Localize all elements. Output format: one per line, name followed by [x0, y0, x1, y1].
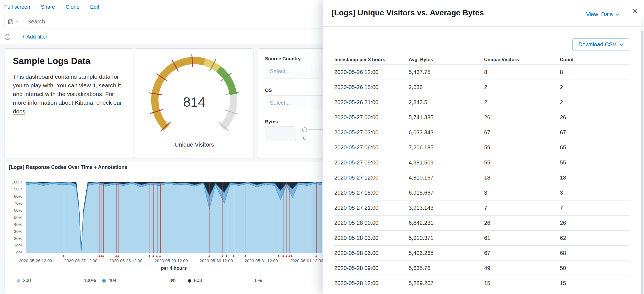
flyout-table-body: 2020-05-26 12:005,437.75882020-05-26 15:… — [334, 65, 629, 291]
x-axis-tick-label: 2020-05-28 12:00 — [103, 258, 148, 263]
table-cell: 2020-05-27 12:00 — [334, 175, 409, 181]
flyout-title: [Logs] Unique Visitors vs. Average Bytes — [332, 8, 484, 17]
filter-icon[interactable] — [4, 34, 11, 40]
flyout-header-divider — [323, 26, 644, 27]
y-axis-tick-label: 0% — [16, 250, 22, 255]
x-axis-tick-label: 2020-06-01 12:00 — [284, 258, 329, 263]
table-cell: 7 — [560, 205, 629, 211]
table-cell: 6,915.667 — [409, 190, 484, 196]
panel-sample-logs-data: Sample Logs Data This dashboard contains… — [4, 48, 133, 158]
table-cell: 4,981.509 — [409, 159, 484, 166]
table-cell: 5,406.265 — [409, 250, 484, 256]
y-axis: 100%90%80%70%60%50%40%30%20%10%0% — [4, 182, 22, 253]
table-header-cell[interactable]: Count — [560, 57, 629, 63]
table-cell: 6,033.343 — [409, 129, 484, 136]
y-axis-tick-label: 70% — [14, 201, 22, 205]
table-cell: 2020-05-27 00:00 — [334, 114, 409, 121]
table-cell: 26 — [560, 220, 629, 226]
kibana-dashboard: Full screen Share Clone Edit + Add filte… — [0, 0, 644, 294]
gauge-tick — [192, 54, 193, 67]
gauge-label: Unique Visitors — [135, 141, 254, 148]
x-axis-title: per 4 hours — [26, 266, 322, 271]
legend-value: 0% — [255, 278, 262, 283]
table-cell: 18 — [484, 175, 560, 181]
table-cell: 2,843.5 — [409, 99, 484, 106]
y-axis-tick-label: 40% — [14, 222, 22, 227]
area-series-200 — [26, 183, 322, 253]
table-cell: 5,910.371 — [409, 235, 484, 241]
table-cell: 2020-05-27 15:00 — [334, 190, 409, 196]
legend-item[interactable]: 4040% — [102, 278, 186, 284]
table-row: 2020-05-28 03:005,910.3716162 — [334, 231, 629, 246]
x-axis-tick-label: 2020-05-26 12:00 — [13, 258, 58, 263]
table-cell: 5,741.385 — [409, 114, 484, 121]
table-cell: 67 — [560, 129, 629, 136]
table-cell: 3,913.143 — [409, 205, 484, 211]
table-cell: 2020-05-27 09:00 — [334, 159, 409, 166]
y-axis-tick-label: 30% — [14, 229, 22, 234]
saved-query-button[interactable] — [4, 15, 22, 28]
table-cell: 2 — [560, 99, 629, 106]
table-row: 2020-05-28 00:006,842.2312626 — [334, 216, 629, 231]
table-cell: 67 — [484, 129, 560, 136]
table-cell: 18 — [560, 175, 629, 181]
bytes-label: Bytes — [265, 119, 278, 125]
legend-value: 0% — [169, 278, 176, 283]
table-cell: 2020-05-27 21:00 — [334, 205, 409, 211]
annotation-marks: ********************* — [26, 253, 322, 259]
table-cell: 3 — [560, 190, 629, 196]
table-cell: 2 — [484, 84, 560, 90]
view-data-selector[interactable]: View: Data — [586, 11, 619, 18]
table-cell: 2020-05-27 03:00 — [334, 129, 409, 136]
y-axis-tick-label: 90% — [14, 187, 22, 191]
table-header-cell[interactable]: Unique Visitors — [484, 57, 560, 63]
table-cell: 15 — [560, 280, 629, 286]
download-csv-button[interactable]: Download CSV — [572, 38, 629, 51]
share-link[interactable]: Share — [41, 4, 55, 10]
add-filter-button[interactable]: + Add filter — [22, 34, 47, 40]
bytes-min-input[interactable] — [265, 126, 296, 141]
bytes-slider-handle[interactable] — [302, 127, 307, 132]
chevron-down-icon — [619, 43, 623, 46]
y-axis-tick-label: 60% — [14, 208, 22, 212]
docs-link[interactable]: docs — [13, 108, 25, 114]
table-cell: 2020-05-28 06:00 — [334, 250, 409, 256]
table-header-cell[interactable]: timestamp per 3 hours — [334, 57, 409, 63]
sample-logs-title: Sample Logs Data — [13, 56, 124, 66]
table-row: 2020-05-27 12:004,810.1671818 — [334, 170, 629, 185]
chevron-down-icon — [615, 13, 619, 16]
flyout-table-header: timestamp per 3 hoursAvg. BytesUnique Vi… — [334, 55, 629, 65]
table-cell: 8 — [484, 69, 560, 75]
scrollbar-thumb[interactable] — [641, 31, 643, 294]
close-flyout-button[interactable] — [631, 7, 640, 16]
legend-item[interactable]: 5030% — [188, 278, 272, 284]
table-header-cell[interactable]: Avg. Bytes — [409, 57, 484, 63]
table-row: 2020-05-26 15:002,63622 — [334, 80, 629, 95]
table-cell: 65 — [560, 144, 629, 151]
os-label: OS — [265, 88, 272, 93]
legend-item[interactable]: 200100% — [17, 278, 101, 284]
x-axis-tick-label: 2020-05-27 12:00 — [58, 258, 103, 263]
table-row: 2020-05-27 09:004,981.5095555 — [334, 155, 629, 170]
table-cell: 59 — [484, 144, 560, 151]
table-cell: 2020-05-28 00:00 — [334, 220, 409, 226]
x-axis-tick-label: 2020-05-29 12:00 — [149, 258, 193, 263]
table-cell: 5,289.267 — [409, 280, 484, 286]
table-cell: 2 — [484, 99, 560, 106]
y-axis-tick-label: 10% — [14, 243, 22, 248]
edit-link[interactable]: Edit — [90, 4, 99, 10]
response-codes-title: [Logs] Response Codes Over Time + Annota… — [9, 164, 127, 170]
table-cell: 4,810.167 — [409, 175, 484, 181]
download-csv-label: Download CSV — [578, 41, 616, 48]
table-cell: 5,635.76 — [409, 265, 484, 271]
table-cell: 2020-05-26 15:00 — [334, 84, 409, 90]
filter-bar-divider — [15, 37, 18, 37]
table-cell: 2020-05-27 06:00 — [334, 144, 409, 151]
full-screen-link[interactable]: Full screen — [4, 4, 30, 10]
close-icon — [633, 9, 638, 14]
clone-link[interactable]: Clone — [66, 4, 80, 10]
table-row: 2020-05-27 15:006,915.66733 — [334, 185, 629, 200]
table-cell: 62 — [560, 235, 629, 241]
view-data-label: View: Data — [586, 11, 613, 18]
table-row: 2020-05-26 21:002,843.522 — [334, 95, 629, 110]
